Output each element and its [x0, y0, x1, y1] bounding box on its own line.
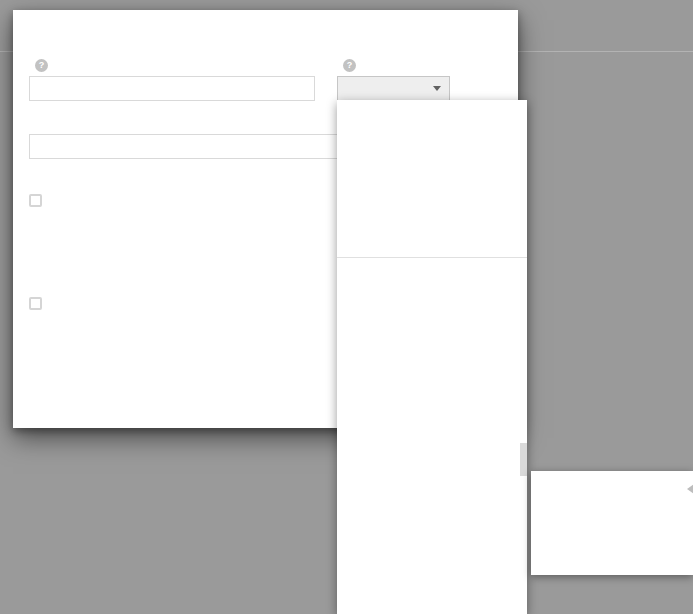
storage-submenu-panel [531, 471, 693, 575]
delegation-checkbox[interactable] [29, 297, 42, 310]
menu-divider [337, 257, 527, 258]
furnish-key-description [50, 212, 63, 314]
service-account-name-label [29, 59, 48, 72]
delegation-checkbox-row [29, 297, 50, 310]
service-account-name-input[interactable] [29, 76, 315, 101]
furnish-key-checkbox-row [29, 194, 50, 207]
role-dropdown-panel [337, 100, 527, 614]
dropdown-scrollbar-thumb[interactable] [520, 443, 527, 476]
help-icon[interactable] [343, 59, 356, 72]
caret-left-icon [687, 484, 693, 494]
role-label [337, 59, 356, 72]
role-dropdown-trigger[interactable] [337, 76, 450, 101]
help-icon[interactable] [35, 59, 48, 72]
delegation-permission-warning [29, 262, 43, 364]
delegation-description [50, 315, 63, 417]
caret-down-icon [433, 86, 441, 91]
furnish-key-checkbox[interactable] [29, 194, 42, 207]
